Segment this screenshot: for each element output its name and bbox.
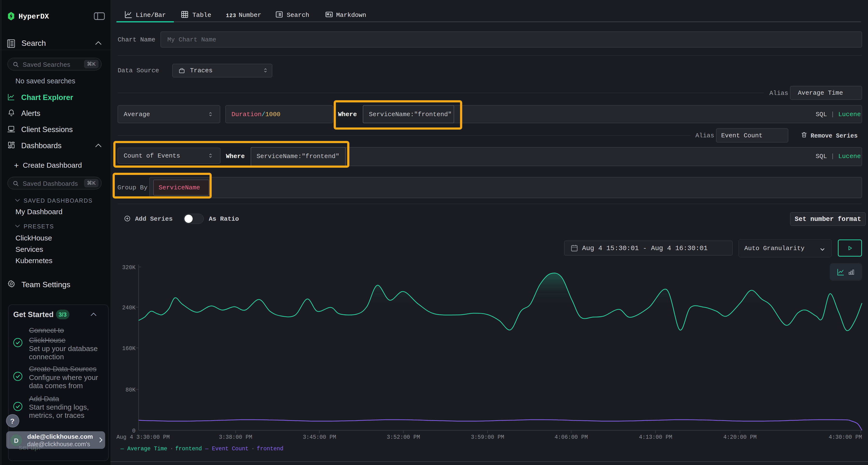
svg-text:3:59:00 PM: 3:59:00 PM [471,434,504,440]
svg-text:Average Time: Average Time [127,446,167,452]
svg-text:240K: 240K [122,305,135,311]
svg-text:3:45:00 PM: 3:45:00 PM [303,434,336,440]
svg-text:4:06:00 PM: 4:06:00 PM [555,434,588,440]
svg-text:Event Count: Event Count [212,446,249,452]
svg-text:—: — [120,446,124,452]
svg-text:frontend: frontend [257,446,283,452]
svg-text:0: 0 [132,428,135,434]
svg-text:4:13:00 PM: 4:13:00 PM [639,434,672,440]
svg-text:320K: 320K [122,265,135,271]
svg-text:3:52:00 PM: 3:52:00 PM [387,434,420,440]
svg-text:4:30:00 PM: 4:30:00 PM [829,434,862,440]
svg-text:3:38:00 PM: 3:38:00 PM [219,434,252,440]
svg-text:4:20:00 PM: 4:20:00 PM [723,434,756,440]
svg-text:—: — [205,446,209,452]
svg-text:Aug 4 3:30:00 PM: Aug 4 3:30:00 PM [117,434,170,440]
svg-text:80K: 80K [126,387,136,393]
svg-text:frontend: frontend [175,446,202,452]
svg-text:·: · [170,446,173,452]
svg-text:·: · [251,446,255,452]
svg-text:160K: 160K [122,345,135,352]
